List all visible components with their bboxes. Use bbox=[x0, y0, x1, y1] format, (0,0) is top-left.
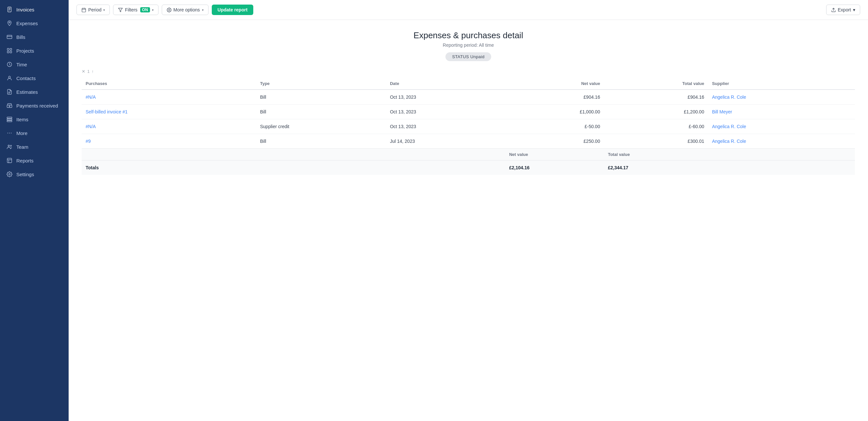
svg-marker-33 bbox=[119, 8, 123, 11]
sidebar: Invoices Expenses Bills Projects Time Co… bbox=[0, 0, 69, 421]
gear-icon bbox=[167, 7, 172, 12]
svg-rect-19 bbox=[7, 121, 12, 122]
purchase-link[interactable]: #N/A bbox=[82, 119, 256, 134]
report-period: Reporting period: All time bbox=[82, 42, 855, 48]
sidebar-item-settings[interactable]: Settings bbox=[0, 167, 69, 181]
svg-rect-25 bbox=[7, 158, 12, 163]
sidebar-item-expenses-label: Expenses bbox=[16, 21, 38, 26]
payments-icon bbox=[6, 102, 12, 109]
type-cell: Supplier credit bbox=[256, 119, 386, 134]
svg-rect-5 bbox=[7, 35, 12, 39]
sidebar-item-reports-label: Reports bbox=[16, 158, 34, 163]
sort-x-icon: ✕ bbox=[82, 69, 85, 74]
sidebar-item-team[interactable]: Team bbox=[0, 140, 69, 154]
svg-rect-29 bbox=[82, 8, 86, 12]
contacts-icon bbox=[6, 75, 12, 81]
filters-chevron-icon: ▾ bbox=[152, 8, 154, 12]
toolbar: Period ▾ Filters ON ▾ More options ▾ Upd… bbox=[69, 0, 868, 20]
svg-rect-10 bbox=[10, 51, 12, 53]
total-value-cell: £-60.00 bbox=[604, 119, 708, 134]
purchase-link[interactable]: #N/A bbox=[82, 90, 256, 104]
purchase-link[interactable]: Self-billed invoice #1 bbox=[82, 104, 256, 119]
sidebar-item-team-label: Team bbox=[16, 144, 28, 150]
totals-header-supplier-empty bbox=[708, 149, 855, 160]
col-supplier: Supplier bbox=[708, 78, 855, 90]
sidebar-item-estimates[interactable]: Estimates bbox=[0, 85, 69, 99]
filters-on-badge: ON bbox=[140, 7, 150, 12]
table-row: #N/A Bill Oct 13, 2023 £904.16 £904.16 A… bbox=[82, 90, 855, 104]
period-button[interactable]: Period ▾ bbox=[76, 5, 110, 15]
export-button[interactable]: Export ▾ bbox=[826, 5, 860, 15]
sidebar-item-reports[interactable]: Reports bbox=[0, 154, 69, 167]
sidebar-item-settings-label: Settings bbox=[16, 172, 34, 177]
net-value-cell: £1,000.00 bbox=[505, 104, 604, 119]
totals-type-empty bbox=[256, 160, 386, 175]
totals-header-empty bbox=[82, 149, 505, 160]
sort-indicator: ✕ 1 ↑ bbox=[82, 69, 855, 74]
sidebar-item-more-label: More bbox=[16, 130, 27, 136]
supplier-link[interactable]: Angelica R. Cole bbox=[708, 90, 855, 104]
status-badge: STATUS Unpaid bbox=[445, 52, 491, 61]
totals-supplier-empty bbox=[708, 160, 855, 175]
svg-point-16 bbox=[9, 106, 10, 107]
sidebar-item-projects-label: Projects bbox=[16, 48, 34, 54]
table-row: #9 Bill Jul 14, 2023 £250.00 £300.01 Ang… bbox=[82, 134, 855, 149]
svg-point-24 bbox=[10, 145, 12, 146]
invoice-icon bbox=[6, 6, 12, 12]
col-type: Type bbox=[256, 78, 386, 90]
net-value-cell: £904.16 bbox=[505, 90, 604, 104]
projects-icon bbox=[6, 48, 12, 54]
estimates-icon bbox=[6, 89, 12, 95]
purchases-table: Purchases Type Date Net value Total valu… bbox=[82, 78, 855, 175]
sidebar-item-items[interactable]: Items bbox=[0, 113, 69, 126]
expenses-icon bbox=[6, 20, 12, 26]
report-title: Expenses & purchases detail bbox=[82, 30, 855, 40]
svg-rect-7 bbox=[7, 49, 9, 50]
sidebar-item-invoices[interactable]: Invoices bbox=[0, 3, 69, 16]
settings-icon bbox=[6, 171, 12, 177]
report-header: Expenses & purchases detail Reporting pe… bbox=[82, 30, 855, 61]
sidebar-item-payments-received[interactable]: Payments received bbox=[0, 99, 69, 113]
sidebar-item-invoices-label: Invoices bbox=[16, 7, 34, 12]
purchase-link[interactable]: #9 bbox=[82, 134, 256, 149]
sidebar-item-contacts-label: Contacts bbox=[16, 76, 36, 81]
period-label: Period bbox=[88, 7, 101, 12]
sidebar-item-time[interactable]: Time bbox=[0, 58, 69, 71]
col-total-value: Total value bbox=[604, 78, 708, 90]
reports-icon bbox=[6, 157, 12, 163]
filters-button[interactable]: Filters ON ▾ bbox=[113, 5, 158, 15]
sidebar-item-projects[interactable]: Projects bbox=[0, 44, 69, 58]
supplier-link[interactable]: Angelica R. Cole bbox=[708, 119, 855, 134]
col-date: Date bbox=[386, 78, 505, 90]
filter-icon bbox=[118, 7, 123, 12]
sort-count: 1 bbox=[87, 69, 90, 74]
svg-point-20 bbox=[7, 133, 8, 133]
svg-point-22 bbox=[11, 133, 11, 133]
sidebar-item-contacts[interactable]: Contacts bbox=[0, 71, 69, 85]
export-chevron-icon: ▾ bbox=[853, 7, 855, 12]
totals-header-net: Net value bbox=[505, 149, 604, 160]
svg-rect-18 bbox=[7, 119, 12, 120]
more-options-button[interactable]: More options ▾ bbox=[162, 5, 209, 15]
date-cell: Jul 14, 2023 bbox=[386, 134, 505, 149]
totals-date-empty bbox=[386, 160, 505, 175]
totals-total-value: £2,344.17 bbox=[604, 160, 708, 175]
sidebar-item-time-label: Time bbox=[16, 62, 27, 67]
sidebar-item-more[interactable]: More bbox=[0, 126, 69, 140]
date-cell: Oct 13, 2023 bbox=[386, 104, 505, 119]
export-icon bbox=[831, 7, 836, 12]
sidebar-item-expenses[interactable]: Expenses bbox=[0, 16, 69, 30]
supplier-link[interactable]: Angelica R. Cole bbox=[708, 134, 855, 149]
sidebar-item-bills[interactable]: Bills bbox=[0, 30, 69, 44]
col-purchases: Purchases bbox=[82, 78, 256, 90]
update-report-button[interactable]: Update report bbox=[212, 5, 254, 15]
total-value-cell: £300.01 bbox=[604, 134, 708, 149]
totals-header-total: Total value bbox=[604, 149, 708, 160]
supplier-link[interactable]: Bill Meyer bbox=[708, 104, 855, 119]
sidebar-item-bills-label: Bills bbox=[16, 34, 26, 40]
filters-label: Filters bbox=[125, 7, 137, 12]
main-area: Period ▾ Filters ON ▾ More options ▾ Upd… bbox=[69, 0, 868, 421]
export-label: Export bbox=[838, 7, 851, 12]
bills-icon bbox=[6, 34, 12, 40]
type-cell: Bill bbox=[256, 134, 386, 149]
